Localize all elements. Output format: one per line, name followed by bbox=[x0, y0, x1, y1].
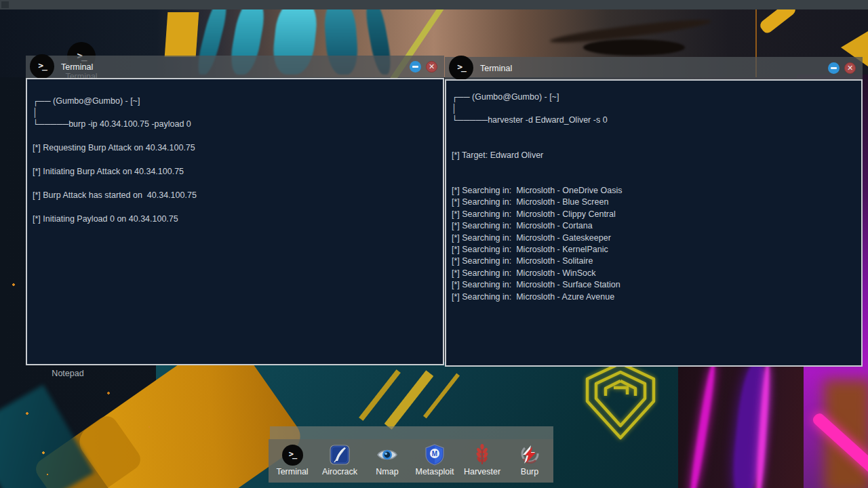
terminal-output-line: [*] Searching in: Microsloth - Surface S… bbox=[452, 279, 854, 291]
terminal-output-line: [*] Searching in: Microsloth - Azure Ave… bbox=[452, 291, 854, 303]
terminal-output-area[interactable]: ┌── (Gumbo@Gumbo) - [~] │ └─────harveste… bbox=[445, 79, 863, 367]
burp-icon bbox=[519, 445, 540, 465]
svg-text:M: M bbox=[432, 450, 437, 458]
window-titlebar[interactable]: >_ Terminal ✕ bbox=[26, 56, 444, 78]
wallpaper-eye bbox=[583, 39, 685, 56]
terminal-icon: >_ bbox=[449, 56, 473, 80]
dock-item-label: Airocrack bbox=[316, 467, 363, 476]
terminal-output-line: [*] Searching in: Microsloth - Solitaire bbox=[452, 256, 854, 267]
nmap-icon bbox=[376, 447, 398, 462]
dock-item-harvester[interactable]: Harvester bbox=[458, 443, 506, 476]
terminal-output-line: [*] Burp Attack has started on 40.34.100… bbox=[33, 190, 436, 201]
dock-item-label: Terminal bbox=[269, 467, 316, 476]
dock-item-label: Harvester bbox=[458, 467, 506, 476]
terminal-window-burp: >_ Terminal ✕ ┌── (Gumbo@Gumbo) - [~] │ … bbox=[26, 56, 444, 365]
harvester-icon bbox=[475, 444, 490, 466]
close-button[interactable]: ✕ bbox=[426, 61, 437, 73]
prompt-line: ┌── (Gumbo@Gumbo) - [~] bbox=[33, 96, 436, 107]
terminal-output-area[interactable]: ┌── (Gumbo@Gumbo) - [~] │ └─────burp -ip… bbox=[26, 78, 444, 365]
window-title: Terminal bbox=[61, 62, 93, 72]
terminal-output-line: [*] Initiating Payload 0 on 40.34.100.75 bbox=[33, 214, 436, 225]
terminal-window-harvester: >_ Terminal ✕ ┌── (Gumbo@Gumbo) - [~] │ … bbox=[445, 57, 863, 367]
close-button[interactable]: ✕ bbox=[844, 62, 856, 74]
dock-item-label: Burp bbox=[506, 467, 553, 476]
dock-item-airocrack[interactable]: Airocrack bbox=[316, 443, 363, 476]
dock-item-metasploit[interactable]: M Metasploit bbox=[411, 443, 458, 476]
top-bar bbox=[0, 0, 868, 9]
terminal-output-line: [*] Searching in: Microsloth - WinSock bbox=[452, 268, 854, 279]
metasploit-icon: M bbox=[425, 444, 445, 466]
terminal-output-line: [*] Searching in: Microsloth - Cortana bbox=[452, 220, 854, 232]
prompt-line: │ bbox=[33, 107, 436, 119]
terminal-output-line: [*] Requesting Burp Attack on 40.34.100.… bbox=[33, 142, 436, 154]
dock: >_ Terminal Airocrack bbox=[269, 426, 553, 483]
terminal-output-line: [*] Searching in: Microsloth - Blue Scre… bbox=[452, 197, 854, 208]
terminal-output-line: [*] Initiating Burp Attack on 40.34.100.… bbox=[33, 166, 436, 178]
dock-item-nmap[interactable]: Nmap bbox=[363, 443, 411, 476]
prompt-line: │ bbox=[452, 103, 854, 115]
dock-item-label: Metasploit bbox=[411, 467, 458, 476]
wallpaper-yellow-block bbox=[165, 12, 199, 57]
dock-top-strip bbox=[270, 426, 553, 439]
window-title: Terminal bbox=[480, 64, 512, 73]
airocrack-icon bbox=[330, 445, 350, 465]
minimize-button[interactable] bbox=[828, 62, 840, 74]
dock-item-label: Nmap bbox=[363, 467, 411, 476]
terminal-output-line: [*] Searching in: Microsloth - Clippy Ce… bbox=[452, 209, 854, 220]
desktop-icon-label: Notepad bbox=[37, 369, 98, 378]
top-bar-menu-button[interactable] bbox=[1, 1, 9, 8]
window-titlebar[interactable]: >_ Terminal ✕ bbox=[445, 57, 863, 79]
dock-items: >_ Terminal Airocrack bbox=[269, 439, 553, 483]
prompt-line: ┌── (Gumbo@Gumbo) - [~] bbox=[452, 92, 854, 103]
terminal-icon: >_ bbox=[282, 445, 303, 466]
terminal-output-line: [*] Searching in: Microsloth - Gateskeep… bbox=[452, 232, 854, 244]
terminal-icon: >_ bbox=[30, 54, 54, 79]
terminal-output-line: [*] Searching in: Microsloth - OneDrive … bbox=[452, 185, 854, 197]
dock-item-terminal[interactable]: >_ Terminal bbox=[269, 443, 316, 476]
prompt-line: └─────burp -ip 40.34.100.75 -payload 0 bbox=[33, 119, 436, 130]
minimize-button[interactable] bbox=[410, 61, 421, 73]
terminal-output-line: [*] Searching in: Microsloth - KernelPan… bbox=[452, 244, 854, 256]
terminal-output-line: [*] Target: Edward Oliver bbox=[452, 150, 854, 161]
dock-item-burp[interactable]: Burp bbox=[506, 443, 553, 476]
wallpaper-shield-emblem bbox=[582, 361, 660, 443]
prompt-line: └─────harvester -d Edward_Oliver -s 0 bbox=[452, 115, 854, 126]
